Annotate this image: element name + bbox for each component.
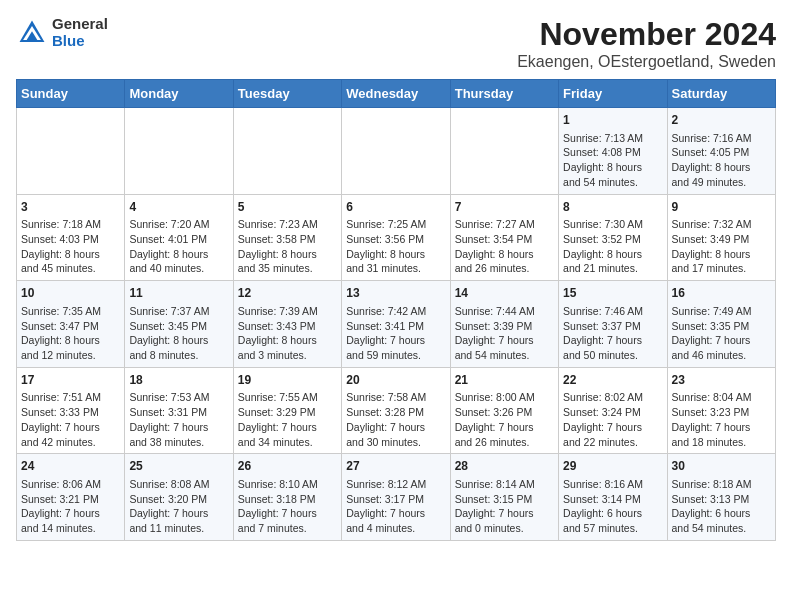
day-info: Sunrise: 7:44 AM Sunset: 3:39 PM Dayligh… xyxy=(455,304,554,363)
day-info: Sunrise: 7:32 AM Sunset: 3:49 PM Dayligh… xyxy=(672,217,771,276)
day-number: 20 xyxy=(346,372,445,389)
calendar-cell: 19Sunrise: 7:55 AM Sunset: 3:29 PM Dayli… xyxy=(233,367,341,454)
page-header: General Blue November 2024 Ekaengen, OEs… xyxy=(16,16,776,71)
calendar-cell: 11Sunrise: 7:37 AM Sunset: 3:45 PM Dayli… xyxy=(125,281,233,368)
day-number: 26 xyxy=(238,458,337,475)
day-info: Sunrise: 7:23 AM Sunset: 3:58 PM Dayligh… xyxy=(238,217,337,276)
day-number: 3 xyxy=(21,199,120,216)
weekday-header-friday: Friday xyxy=(559,80,667,108)
day-info: Sunrise: 8:18 AM Sunset: 3:13 PM Dayligh… xyxy=(672,477,771,536)
day-info: Sunrise: 7:49 AM Sunset: 3:35 PM Dayligh… xyxy=(672,304,771,363)
day-info: Sunrise: 7:13 AM Sunset: 4:08 PM Dayligh… xyxy=(563,131,662,190)
calendar-cell: 9Sunrise: 7:32 AM Sunset: 3:49 PM Daylig… xyxy=(667,194,775,281)
day-info: Sunrise: 8:12 AM Sunset: 3:17 PM Dayligh… xyxy=(346,477,445,536)
day-number: 7 xyxy=(455,199,554,216)
calendar-cell: 25Sunrise: 8:08 AM Sunset: 3:20 PM Dayli… xyxy=(125,454,233,541)
day-info: Sunrise: 8:00 AM Sunset: 3:26 PM Dayligh… xyxy=(455,390,554,449)
day-info: Sunrise: 7:37 AM Sunset: 3:45 PM Dayligh… xyxy=(129,304,228,363)
weekday-header-sunday: Sunday xyxy=(17,80,125,108)
calendar-cell xyxy=(342,108,450,195)
day-number: 15 xyxy=(563,285,662,302)
day-number: 9 xyxy=(672,199,771,216)
day-info: Sunrise: 7:39 AM Sunset: 3:43 PM Dayligh… xyxy=(238,304,337,363)
day-info: Sunrise: 7:46 AM Sunset: 3:37 PM Dayligh… xyxy=(563,304,662,363)
day-number: 24 xyxy=(21,458,120,475)
day-info: Sunrise: 7:18 AM Sunset: 4:03 PM Dayligh… xyxy=(21,217,120,276)
day-info: Sunrise: 8:08 AM Sunset: 3:20 PM Dayligh… xyxy=(129,477,228,536)
calendar-cell: 20Sunrise: 7:58 AM Sunset: 3:28 PM Dayli… xyxy=(342,367,450,454)
logo: General Blue xyxy=(16,16,108,49)
day-info: Sunrise: 7:27 AM Sunset: 3:54 PM Dayligh… xyxy=(455,217,554,276)
day-number: 11 xyxy=(129,285,228,302)
day-info: Sunrise: 7:42 AM Sunset: 3:41 PM Dayligh… xyxy=(346,304,445,363)
day-info: Sunrise: 7:53 AM Sunset: 3:31 PM Dayligh… xyxy=(129,390,228,449)
day-info: Sunrise: 7:58 AM Sunset: 3:28 PM Dayligh… xyxy=(346,390,445,449)
calendar-cell: 24Sunrise: 8:06 AM Sunset: 3:21 PM Dayli… xyxy=(17,454,125,541)
calendar-cell: 4Sunrise: 7:20 AM Sunset: 4:01 PM Daylig… xyxy=(125,194,233,281)
day-number: 6 xyxy=(346,199,445,216)
calendar-cell: 22Sunrise: 8:02 AM Sunset: 3:24 PM Dayli… xyxy=(559,367,667,454)
day-info: Sunrise: 7:20 AM Sunset: 4:01 PM Dayligh… xyxy=(129,217,228,276)
calendar-cell: 28Sunrise: 8:14 AM Sunset: 3:15 PM Dayli… xyxy=(450,454,558,541)
calendar-cell: 7Sunrise: 7:27 AM Sunset: 3:54 PM Daylig… xyxy=(450,194,558,281)
calendar-cell: 27Sunrise: 8:12 AM Sunset: 3:17 PM Dayli… xyxy=(342,454,450,541)
page-subtitle: Ekaengen, OEstergoetland, Sweden xyxy=(517,53,776,71)
day-number: 13 xyxy=(346,285,445,302)
logo-text: General Blue xyxy=(52,16,108,49)
day-number: 17 xyxy=(21,372,120,389)
calendar-cell: 18Sunrise: 7:53 AM Sunset: 3:31 PM Dayli… xyxy=(125,367,233,454)
day-number: 30 xyxy=(672,458,771,475)
day-number: 28 xyxy=(455,458,554,475)
calendar-cell: 1Sunrise: 7:13 AM Sunset: 4:08 PM Daylig… xyxy=(559,108,667,195)
weekday-header-monday: Monday xyxy=(125,80,233,108)
day-number: 23 xyxy=(672,372,771,389)
calendar-cell: 2Sunrise: 7:16 AM Sunset: 4:05 PM Daylig… xyxy=(667,108,775,195)
calendar-cell: 5Sunrise: 7:23 AM Sunset: 3:58 PM Daylig… xyxy=(233,194,341,281)
day-info: Sunrise: 7:51 AM Sunset: 3:33 PM Dayligh… xyxy=(21,390,120,449)
weekday-header-wednesday: Wednesday xyxy=(342,80,450,108)
title-block: November 2024 Ekaengen, OEstergoetland, … xyxy=(517,16,776,71)
calendar-cell: 8Sunrise: 7:30 AM Sunset: 3:52 PM Daylig… xyxy=(559,194,667,281)
day-info: Sunrise: 8:10 AM Sunset: 3:18 PM Dayligh… xyxy=(238,477,337,536)
calendar-cell xyxy=(17,108,125,195)
day-number: 25 xyxy=(129,458,228,475)
calendar-cell: 13Sunrise: 7:42 AM Sunset: 3:41 PM Dayli… xyxy=(342,281,450,368)
calendar-cell: 12Sunrise: 7:39 AM Sunset: 3:43 PM Dayli… xyxy=(233,281,341,368)
day-info: Sunrise: 8:16 AM Sunset: 3:14 PM Dayligh… xyxy=(563,477,662,536)
calendar-cell: 10Sunrise: 7:35 AM Sunset: 3:47 PM Dayli… xyxy=(17,281,125,368)
day-number: 12 xyxy=(238,285,337,302)
calendar-table: SundayMondayTuesdayWednesdayThursdayFrid… xyxy=(16,79,776,541)
logo-icon xyxy=(16,17,48,49)
calendar-cell: 30Sunrise: 8:18 AM Sunset: 3:13 PM Dayli… xyxy=(667,454,775,541)
calendar-week-row: 17Sunrise: 7:51 AM Sunset: 3:33 PM Dayli… xyxy=(17,367,776,454)
calendar-cell: 26Sunrise: 8:10 AM Sunset: 3:18 PM Dayli… xyxy=(233,454,341,541)
day-number: 27 xyxy=(346,458,445,475)
calendar-cell: 14Sunrise: 7:44 AM Sunset: 3:39 PM Dayli… xyxy=(450,281,558,368)
day-number: 22 xyxy=(563,372,662,389)
page-title: November 2024 xyxy=(517,16,776,53)
day-info: Sunrise: 8:02 AM Sunset: 3:24 PM Dayligh… xyxy=(563,390,662,449)
calendar-cell: 29Sunrise: 8:16 AM Sunset: 3:14 PM Dayli… xyxy=(559,454,667,541)
day-info: Sunrise: 8:06 AM Sunset: 3:21 PM Dayligh… xyxy=(21,477,120,536)
calendar-cell: 6Sunrise: 7:25 AM Sunset: 3:56 PM Daylig… xyxy=(342,194,450,281)
calendar-week-row: 3Sunrise: 7:18 AM Sunset: 4:03 PM Daylig… xyxy=(17,194,776,281)
day-info: Sunrise: 7:55 AM Sunset: 3:29 PM Dayligh… xyxy=(238,390,337,449)
day-number: 1 xyxy=(563,112,662,129)
calendar-cell: 21Sunrise: 8:00 AM Sunset: 3:26 PM Dayli… xyxy=(450,367,558,454)
calendar-cell: 16Sunrise: 7:49 AM Sunset: 3:35 PM Dayli… xyxy=(667,281,775,368)
day-number: 2 xyxy=(672,112,771,129)
day-info: Sunrise: 7:30 AM Sunset: 3:52 PM Dayligh… xyxy=(563,217,662,276)
calendar-cell xyxy=(125,108,233,195)
day-number: 19 xyxy=(238,372,337,389)
weekday-header-tuesday: Tuesday xyxy=(233,80,341,108)
day-number: 29 xyxy=(563,458,662,475)
logo-general-text: General xyxy=(52,16,108,33)
day-info: Sunrise: 8:04 AM Sunset: 3:23 PM Dayligh… xyxy=(672,390,771,449)
day-info: Sunrise: 7:35 AM Sunset: 3:47 PM Dayligh… xyxy=(21,304,120,363)
calendar-week-row: 1Sunrise: 7:13 AM Sunset: 4:08 PM Daylig… xyxy=(17,108,776,195)
calendar-cell: 23Sunrise: 8:04 AM Sunset: 3:23 PM Dayli… xyxy=(667,367,775,454)
calendar-cell xyxy=(450,108,558,195)
logo-blue-text: Blue xyxy=(52,33,108,50)
day-number: 5 xyxy=(238,199,337,216)
calendar-week-row: 10Sunrise: 7:35 AM Sunset: 3:47 PM Dayli… xyxy=(17,281,776,368)
